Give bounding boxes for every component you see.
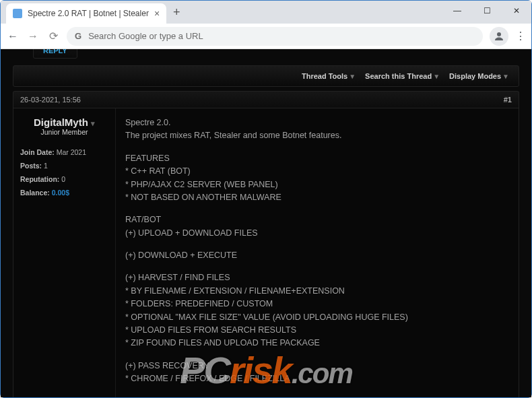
google-g-icon: G xyxy=(75,31,81,41)
window-maximize-button[interactable]: ☐ xyxy=(472,1,502,21)
browser-toolbar: ← → ⟳ G Search Google or type a URL ⋮ xyxy=(1,24,531,49)
post-header-bar: 26-03-2021, 15:56 #1 xyxy=(13,91,519,108)
post-download-exec: (+) DOWNLOAD + EXECUTE xyxy=(125,249,509,262)
browser-menu-button[interactable]: ⋮ xyxy=(515,30,526,42)
reload-button[interactable]: ⟳ xyxy=(46,30,60,42)
user-info-sidebar: DigitalMyth ▾ Junior Member Join Date: M… xyxy=(13,108,116,397)
post-body: DigitalMyth ▾ Junior Member Join Date: M… xyxy=(13,108,519,397)
page-scroll-area[interactable]: REPLY Thread Tools▼ Search this Thread▼ … xyxy=(1,49,531,397)
member-rank: Junior Member xyxy=(20,128,108,136)
search-thread-dropdown[interactable]: Search this Thread▼ xyxy=(362,71,442,81)
profile-avatar-button[interactable] xyxy=(490,27,508,46)
browser-tab-bar: Spectre 2.0 RAT | Botnet | Stealer × + —… xyxy=(1,1,531,24)
browser-tab[interactable]: Spectre 2.0 RAT | Botnet | Stealer × xyxy=(6,3,166,24)
thread-tools-dropdown[interactable]: Thread Tools▼ xyxy=(299,71,358,81)
balance-value[interactable]: 0.00$ xyxy=(52,189,69,197)
post-intro: Spectre 2.0. The project mixes RAT, Stea… xyxy=(125,117,509,143)
tab-favicon-icon xyxy=(13,9,22,18)
svg-point-0 xyxy=(497,32,501,36)
username-link[interactable]: DigitalMyth ▾ xyxy=(20,117,108,128)
window-close-button[interactable]: ✕ xyxy=(502,1,531,21)
forward-button[interactable]: → xyxy=(26,30,40,42)
chevron-down-icon: ▼ xyxy=(502,73,509,80)
window-minimize-button[interactable]: — xyxy=(442,1,472,21)
user-dropdown-icon: ▾ xyxy=(91,119,95,127)
thread-controls-bar: Thread Tools▼ Search this Thread▼ Displa… xyxy=(13,65,519,87)
tab-close-icon[interactable]: × xyxy=(154,8,160,19)
person-icon xyxy=(493,30,505,42)
post-pass-recovery: (+) PASS RECOVERY * CHROME / FIREFOX / E… xyxy=(125,360,509,386)
reputation-row: Reputation: 0 xyxy=(20,175,108,183)
new-tab-button[interactable]: + xyxy=(173,5,180,24)
chevron-down-icon: ▼ xyxy=(349,73,356,80)
posts-row: Posts: 1 xyxy=(20,162,108,170)
post-content: Spectre 2.0. The project mixes RAT, Stea… xyxy=(116,108,519,397)
balance-row: Balance: 0.00$ xyxy=(20,189,108,197)
chevron-down-icon: ▼ xyxy=(433,73,440,80)
post-number-link[interactable]: #1 xyxy=(504,96,512,104)
address-placeholder: Search Google or type a URL xyxy=(88,31,203,41)
back-button[interactable]: ← xyxy=(6,30,20,42)
post-browsers: (+) BROWSERS DATA * FIREFOX AUTOFILL+HIS… xyxy=(125,395,509,397)
display-modes-dropdown[interactable]: Display Modes▼ xyxy=(446,71,512,81)
post-timestamp: 26-03-2021, 15:56 xyxy=(20,96,81,104)
address-input[interactable]: G Search Google or type a URL xyxy=(67,27,483,46)
post-features: FEATURES * C++ RAT (BOT) * PHP/AJAX C2 S… xyxy=(125,152,509,205)
join-date-row: Join Date: Mar 2021 xyxy=(20,148,108,156)
reply-button[interactable]: REPLY xyxy=(33,49,77,59)
post-harvest: (+) HARVEST / FIND FILES * BY FILENAME /… xyxy=(125,271,509,350)
post-ratbot: RAT/BOT (+) UPLOAD + DOWNLOAD FILES xyxy=(125,213,509,240)
tab-title: Spectre 2.0 RAT | Botnet | Stealer xyxy=(28,9,149,18)
